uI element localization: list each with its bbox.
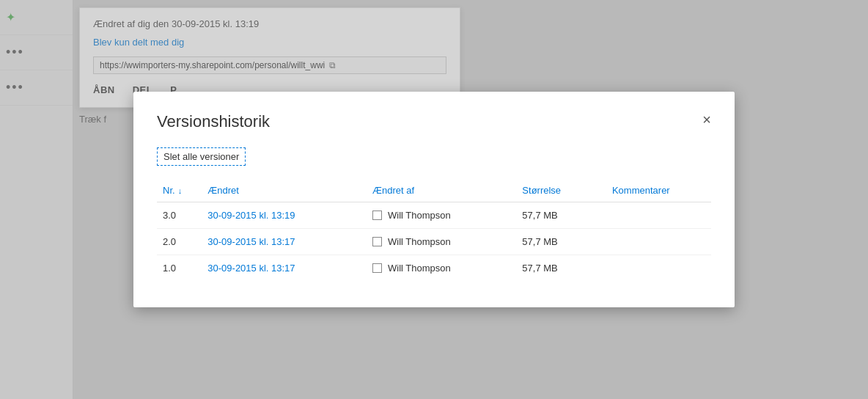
user-name: Will Thompson bbox=[388, 210, 451, 221]
modal-header: Versionshistorik × bbox=[157, 112, 711, 131]
version-date-link[interactable]: 30-09-2015 kl. 13:19 bbox=[207, 210, 295, 221]
user-checkbox[interactable] bbox=[372, 263, 382, 273]
version-date[interactable]: 30-09-2015 kl. 13:17 bbox=[202, 255, 367, 282]
version-date-link[interactable]: 30-09-2015 kl. 13:17 bbox=[207, 263, 295, 274]
version-size: 57,7 MB bbox=[516, 229, 606, 255]
table-header-row: Nr. ↓ Ændret Ændret af Størrelse Komment… bbox=[157, 180, 711, 202]
col-header-nr[interactable]: Nr. ↓ bbox=[157, 180, 202, 202]
version-user: Will Thompson bbox=[367, 229, 516, 255]
version-number: 2.0 bbox=[157, 229, 202, 255]
version-comment bbox=[606, 255, 711, 282]
col-header-storrelse[interactable]: Størrelse bbox=[516, 180, 606, 202]
user-checkbox[interactable] bbox=[372, 237, 382, 246]
version-user: Will Thompson bbox=[367, 255, 516, 282]
sort-arrow-icon: ↓ bbox=[178, 186, 183, 195]
version-date[interactable]: 30-09-2015 kl. 13:17 bbox=[202, 229, 367, 255]
version-comment bbox=[606, 229, 711, 255]
modal-title: Versionshistorik bbox=[157, 112, 270, 131]
version-table: Nr. ↓ Ændret Ændret af Størrelse Komment… bbox=[157, 180, 711, 281]
modal-close-button[interactable]: × bbox=[702, 112, 711, 127]
version-number: 3.0 bbox=[157, 202, 202, 229]
col-header-kommentarer[interactable]: Kommentarer bbox=[606, 180, 711, 202]
table-row: 2.030-09-2015 kl. 13:17Will Thompson57,7… bbox=[157, 229, 711, 255]
version-size: 57,7 MB bbox=[516, 255, 606, 282]
version-comment bbox=[606, 202, 711, 229]
user-checkbox[interactable] bbox=[372, 211, 382, 220]
table-row: 1.030-09-2015 kl. 13:17Will Thompson57,7… bbox=[157, 255, 711, 282]
table-row: 3.030-09-2015 kl. 13:19Will Thompson57,7… bbox=[157, 202, 711, 229]
version-number: 1.0 bbox=[157, 255, 202, 282]
col-header-aendret[interactable]: Ændret bbox=[202, 180, 367, 202]
version-user: Will Thompson bbox=[367, 202, 516, 229]
version-date[interactable]: 30-09-2015 kl. 13:19 bbox=[202, 202, 367, 229]
version-history-modal: Versionshistorik × Slet alle versioner N… bbox=[133, 92, 735, 307]
col-header-aendretaf[interactable]: Ændret af bbox=[367, 180, 516, 202]
version-size: 57,7 MB bbox=[516, 202, 606, 229]
version-date-link[interactable]: 30-09-2015 kl. 13:17 bbox=[207, 236, 295, 247]
user-name: Will Thompson bbox=[388, 236, 451, 247]
delete-all-versions-button[interactable]: Slet alle versioner bbox=[157, 147, 246, 166]
user-name: Will Thompson bbox=[388, 263, 451, 274]
